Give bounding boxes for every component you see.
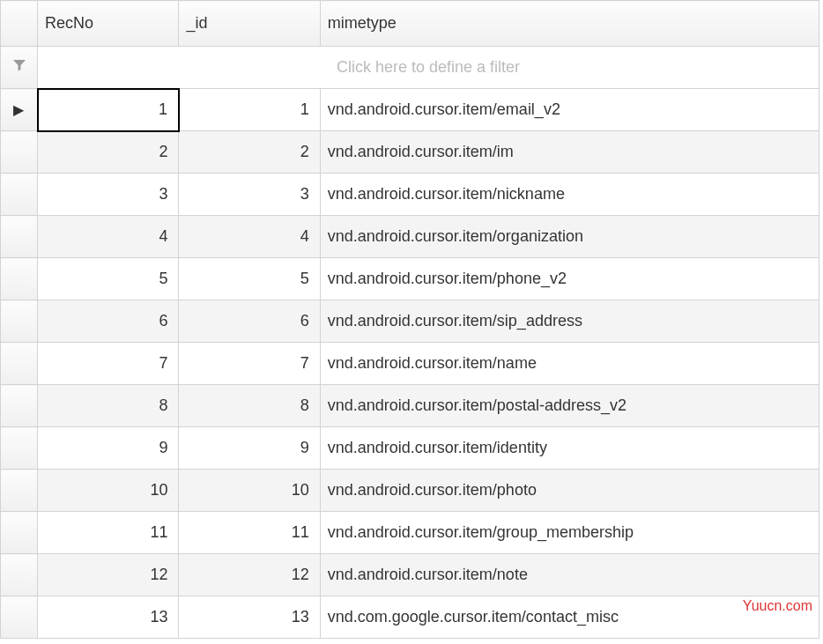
cell-recno[interactable]: 9: [38, 427, 179, 470]
row-indicator-cell: [1, 554, 38, 596]
cell-id[interactable]: 5: [179, 258, 320, 300]
cell-recno[interactable]: 13: [38, 596, 179, 639]
cell-id[interactable]: 2: [179, 131, 320, 174]
cell-recno[interactable]: 4: [38, 216, 179, 258]
table-row[interactable]: 55vnd.android.cursor.item/phone_v2: [1, 258, 819, 300]
cell-id[interactable]: 12: [179, 554, 320, 596]
cell-recno[interactable]: 2: [38, 131, 179, 174]
filter-row[interactable]: Click here to define a filter: [1, 47, 819, 89]
cell-id[interactable]: 7: [179, 343, 320, 385]
cell-mimetype[interactable]: vnd.com.google.cursor.item/contact_misc: [320, 596, 819, 639]
cell-recno[interactable]: 6: [38, 300, 179, 343]
filter-placeholder[interactable]: Click here to define a filter: [38, 47, 819, 89]
cell-recno[interactable]: 1: [38, 89, 179, 131]
table-row[interactable]: 88vnd.android.cursor.item/postal-address…: [1, 385, 819, 427]
cell-mimetype[interactable]: vnd.android.cursor.item/note: [320, 554, 819, 596]
row-indicator-cell: [1, 512, 38, 554]
column-header-mimetype[interactable]: mimetype: [320, 1, 819, 47]
filter-icon: [12, 58, 26, 75]
table-row[interactable]: ▶11vnd.android.cursor.item/email_v2: [1, 89, 819, 131]
cell-id[interactable]: 8: [179, 385, 320, 427]
data-body: ▶11vnd.android.cursor.item/email_v222vnd…: [1, 89, 819, 639]
cell-mimetype[interactable]: vnd.android.cursor.item/name: [320, 343, 819, 385]
cell-recno[interactable]: 3: [38, 174, 179, 216]
table-row[interactable]: 33vnd.android.cursor.item/nickname: [1, 174, 819, 216]
cell-id[interactable]: 11: [179, 512, 320, 554]
data-grid[interactable]: RecNo _id mimetype Click here to define …: [0, 0, 819, 639]
cell-id[interactable]: 10: [179, 470, 320, 512]
cell-mimetype[interactable]: vnd.android.cursor.item/photo: [320, 470, 819, 512]
column-header-id[interactable]: _id: [179, 1, 320, 47]
filter-indicator-cell: [1, 47, 38, 89]
cell-mimetype[interactable]: vnd.android.cursor.item/group_membership: [320, 512, 819, 554]
cell-recno[interactable]: 7: [38, 343, 179, 385]
row-indicator-cell: [1, 174, 38, 216]
table-row[interactable]: 1111vnd.android.cursor.item/group_member…: [1, 512, 819, 554]
cell-id[interactable]: 3: [179, 174, 320, 216]
table-row[interactable]: 1212vnd.android.cursor.item/note: [1, 554, 819, 596]
table-row[interactable]: 22vnd.android.cursor.item/im: [1, 131, 819, 174]
row-indicator-cell: [1, 300, 38, 343]
row-indicator-cell: [1, 385, 38, 427]
cell-recno[interactable]: 12: [38, 554, 179, 596]
cell-mimetype[interactable]: vnd.android.cursor.item/sip_address: [320, 300, 819, 343]
cell-id[interactable]: 4: [179, 216, 320, 258]
cell-id[interactable]: 1: [179, 89, 320, 131]
cell-mimetype[interactable]: vnd.android.cursor.item/identity: [320, 427, 819, 470]
row-indicator-cell: [1, 470, 38, 512]
cell-id[interactable]: 9: [179, 427, 320, 470]
row-indicator-cell: [1, 427, 38, 470]
table-row[interactable]: 44vnd.android.cursor.item/organization: [1, 216, 819, 258]
row-pointer-icon: ▶: [13, 101, 24, 118]
cell-mimetype[interactable]: vnd.android.cursor.item/organization: [320, 216, 819, 258]
row-indicator-cell: [1, 343, 38, 385]
table-row[interactable]: 1010vnd.android.cursor.item/photo: [1, 470, 819, 512]
cell-id[interactable]: 13: [179, 596, 320, 639]
cell-mimetype[interactable]: vnd.android.cursor.item/phone_v2: [320, 258, 819, 300]
table-row[interactable]: 66vnd.android.cursor.item/sip_address: [1, 300, 819, 343]
cell-mimetype[interactable]: vnd.android.cursor.item/im: [320, 131, 819, 174]
cell-recno[interactable]: 10: [38, 470, 179, 512]
column-header-row: RecNo _id mimetype: [1, 1, 819, 47]
column-header-indicator[interactable]: [1, 1, 38, 47]
cell-id[interactable]: 6: [179, 300, 320, 343]
table-row[interactable]: 99vnd.android.cursor.item/identity: [1, 427, 819, 470]
table-row[interactable]: 77vnd.android.cursor.item/name: [1, 343, 819, 385]
cell-recno[interactable]: 5: [38, 258, 179, 300]
row-indicator-cell: ▶: [1, 89, 38, 131]
cell-mimetype[interactable]: vnd.android.cursor.item/email_v2: [320, 89, 819, 131]
row-indicator-cell: [1, 596, 38, 639]
row-indicator-cell: [1, 131, 38, 174]
cell-recno[interactable]: 8: [38, 385, 179, 427]
cell-recno[interactable]: 11: [38, 512, 179, 554]
cell-mimetype[interactable]: vnd.android.cursor.item/nickname: [320, 174, 819, 216]
row-indicator-cell: [1, 258, 38, 300]
cell-mimetype[interactable]: vnd.android.cursor.item/postal-address_v…: [320, 385, 819, 427]
table-row[interactable]: 1313vnd.com.google.cursor.item/contact_m…: [1, 596, 819, 639]
column-header-recno[interactable]: RecNo: [38, 1, 179, 47]
row-indicator-cell: [1, 216, 38, 258]
